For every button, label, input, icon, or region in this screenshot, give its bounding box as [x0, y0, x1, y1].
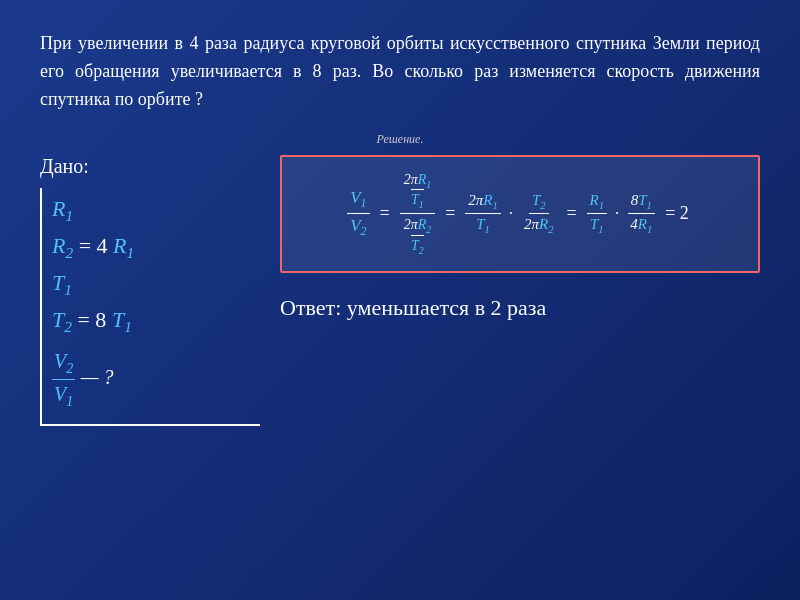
dano-T1: T1 [52, 268, 250, 301]
reshenie-label: Решение. [40, 132, 760, 147]
dano-title: Дано: [40, 155, 260, 178]
answer-text: Ответ: уменьшается в 2 раза [280, 293, 760, 324]
slide: При увеличении в 4 раза радиуса круговой… [0, 0, 800, 600]
formula-main: V1 V2 = 2πR1 T1 2πR2 T [300, 172, 740, 256]
formula-box: V1 V2 = 2πR1 T1 2πR2 T [280, 155, 760, 273]
dano-R2: R2 = 4 R1 [52, 231, 250, 264]
dano-items: R1 R2 = 4 R1 T1 T2 = 8 T1 V2 [40, 188, 260, 426]
content-area: Дано: R1 R2 = 4 R1 T1 T2 = 8 T1 [40, 155, 760, 426]
solution-section: V1 V2 = 2πR1 T1 2πR2 T [280, 155, 760, 426]
dano-R1: R1 [52, 194, 250, 227]
dano-T2: T2 = 8 T1 [52, 305, 250, 338]
dano-find: V2 V1 — ? [52, 347, 250, 411]
dano-section: Дано: R1 R2 = 4 R1 T1 T2 = 8 T1 [40, 155, 260, 426]
problem-text: При увеличении в 4 раза радиуса круговой… [40, 30, 760, 114]
